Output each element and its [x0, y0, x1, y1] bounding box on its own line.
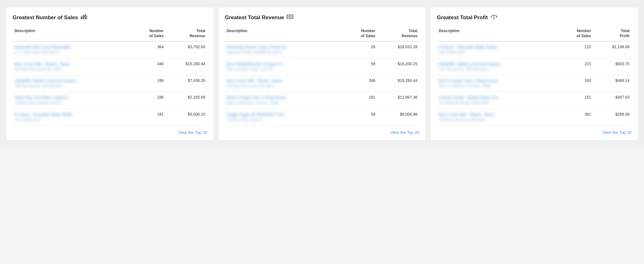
cell-revenue-sales-0: $3,702.60	[166, 41, 207, 58]
table-row: Bour 540000000 80 Compact S...Bour compa…	[225, 58, 419, 75]
cell-desc-profit-3[interactable]: Orlokon Guide - Battery Black Uni...121 …	[437, 92, 560, 109]
svg-rect-3	[86, 15, 87, 19]
scale-icon	[491, 14, 497, 21]
cell-revenue-revenue-0: $28,032.28	[377, 41, 419, 58]
svg-point-5	[289, 16, 291, 18]
desc-line2-sales-2: 750 Tab Sencer. 150 Absolute...	[14, 84, 131, 89]
cell-sales-revenue-4: 58	[345, 109, 377, 125]
desc-line2-profit-1: 750 Tab Sencer. 150 Absolute...	[439, 67, 558, 72]
desc-line1-profit-2: BASTI Single Color 1-Ring Pencil...	[439, 78, 558, 84]
cell-revenue-sales-2: $7,436.26	[166, 75, 207, 92]
cell-desc-profit-1[interactable]: AIRWIRE Tablets Universal Stands...750 T…	[437, 58, 560, 75]
cell-revenue-sales-3: $2,193.69	[166, 92, 207, 109]
cell-desc-profit-4[interactable]: Bour Iconic 886 - Plastic - Black100 Bou…	[437, 109, 560, 125]
cell-desc-profit-2[interactable]: BASTI Single Color 1-Ring Pencil...600 1…	[437, 75, 560, 92]
cell-sales-profit-0: 210	[560, 41, 593, 58]
cell-sales-sales-2: 198	[133, 75, 166, 92]
desc-line1-profit-1: AIRWIRE Tablets Universal Stands...	[439, 62, 558, 67]
svg-rect-2	[85, 14, 86, 19]
col-header-revenue-2: TotalRevenue	[377, 26, 419, 41]
cell-sales-profit-1: 215	[560, 58, 593, 75]
desc-line2-profit-0: 101 79008-2014	[439, 50, 558, 55]
view-top-sales[interactable]: View the Top 20	[13, 126, 207, 140]
view-top-revenue[interactable]: View the Top 20	[225, 126, 419, 140]
desc-line2-sales-4: 101 79008-2014	[14, 118, 131, 123]
view-top-link-profit[interactable]: View the Top 20	[602, 130, 631, 135]
desc-line1-profit-4: Bour Iconic 886 - Plastic - Black	[439, 112, 558, 118]
table-row: Bour Iconic 886 - Plastic - Black100 Bou…	[225, 75, 419, 92]
cell-revenue-profit-0: $1,199.08	[593, 41, 631, 58]
cell-sales-revenue-0: 26	[345, 41, 377, 58]
table-row: Samsung Hauzer Foam Printer EF...Absolut…	[225, 41, 419, 58]
desc-line1-revenue-3: BASTI Single Color 1-Ring Pencil...	[227, 95, 343, 100]
table-row: BASTI Single Color 1-Ring Pencil...600 1…	[437, 75, 631, 92]
cell-desc-revenue-3[interactable]: BASTI Single Color 1-Ring Pencil...600 1…	[225, 92, 345, 109]
bar-chart-icon	[80, 14, 87, 21]
cell-desc-revenue-2[interactable]: Bour Iconic 886 - Plastic - Black100 Bou…	[225, 75, 345, 92]
table-revenue: DescriptionNumberof SalesTotalRevenueSam…	[225, 26, 419, 126]
svg-point-11	[494, 14, 494, 15]
view-top-profit[interactable]: View the Top 20	[437, 126, 631, 140]
cell-revenue-revenue-2: $15,290.44	[377, 75, 419, 92]
panel-revenue: Greatest Total Revenue DescriptionNumber…	[219, 8, 426, 140]
cell-sales-sales-4: 181	[133, 109, 166, 125]
panel-sales: Greatest Number of Sales DescriptionNumb…	[6, 8, 214, 140]
cell-revenue-profit-3: $467.63	[593, 92, 631, 109]
desc-line1-revenue-2: Bour Iconic 886 - Plastic - Black	[227, 78, 343, 84]
money-icon	[286, 14, 293, 21]
desc-line2-revenue-3: 600 1-1 Spaces 1-1 Front . 4600	[227, 100, 343, 106]
table-row: Bour Iconic 886 - Plastic - Black100 Bou…	[13, 58, 207, 75]
cell-desc-revenue-4[interactable]: Friggy Tryger 40 9000000CT (50...Finnyan…	[225, 109, 345, 125]
cell-sales-sales-0: 364	[133, 41, 166, 58]
cell-desc-revenue-1[interactable]: Bour 540000000 80 Compact S...Bour compa…	[225, 58, 345, 75]
view-top-link-sales[interactable]: View the Top 20	[178, 130, 207, 135]
panel-header-profit: Greatest Total Profit	[437, 14, 631, 21]
desc-line2-profit-2: 600 1-1 Spaces 1-1 Front . 4600	[439, 84, 558, 89]
table-row: Orlokon Guide - Battery Black Uni...121 …	[437, 92, 631, 109]
desc-line2-sales-0: 2 x 1 100 Pieces (by Poly S...	[14, 50, 131, 55]
desc-line1-revenue-1: Bour 540000000 80 Compact S...	[227, 62, 343, 67]
cell-desc-sales-3[interactable]: Table Play Yard Rear Laptop b...21000 in…	[13, 92, 133, 109]
desc-line2-revenue-0: Absolute Printer FRAME 8L MFPS...	[227, 50, 343, 55]
cell-revenue-sales-1: $15,290.44	[166, 58, 207, 75]
panel-title-sales: Greatest Number of Sales	[13, 14, 78, 21]
col-header-revenue-1: Numberof Sales	[345, 26, 377, 41]
desc-line1-revenue-4: Friggy Tryger 40 9000000CT (50...	[227, 112, 343, 118]
svg-rect-0	[81, 16, 82, 19]
table-row: Bour Iconic 886 - Plastic - Black100 Bou…	[437, 109, 631, 125]
cell-desc-sales-2[interactable]: AIRWIRE Tablets Universal Stands...750 T…	[13, 75, 133, 92]
table-row: Forstock - Reusable Water Bottle...101 7…	[437, 41, 631, 58]
panel-profit: Greatest Total Profit DescriptionNumbero…	[430, 8, 638, 140]
table-row: BASTI Single Color 1-Ring Pencil...600 1…	[225, 92, 419, 109]
table-row: Friggy Tryger 40 9000000CT (50...Finnyan…	[225, 109, 419, 125]
cell-desc-revenue-0[interactable]: Samsung Hauzer Foam Printer EF...Absolut…	[225, 41, 345, 58]
desc-line1-profit-0: Forstock - Reusable Water Bottle...	[439, 45, 558, 50]
desc-line1-revenue-0: Samsung Hauzer Foam Printer EF...	[227, 45, 343, 50]
desc-line1-sales-1: Bour Iconic 886 - Plastic - Black	[14, 62, 131, 67]
col-header-sales-0: Description	[13, 26, 133, 41]
desc-line2-revenue-2: 100 Bour But Iconic Box MPI...	[227, 84, 343, 89]
cell-revenue-sales-4: $5,506.20	[166, 109, 207, 125]
cell-revenue-profit-2: $488.14	[593, 75, 631, 92]
view-top-link-revenue[interactable]: View the Top 20	[390, 130, 419, 135]
cell-desc-sales-4[interactable]: Forstock - Reusable Water Bottle...101 7…	[13, 109, 133, 125]
desc-line1-sales-4: Forstock - Reusable Water Bottle...	[14, 112, 131, 118]
table-row: AIRWIRE Tablets Universal Stands...750 T…	[13, 75, 207, 92]
col-header-sales-1: Numberof Sales	[133, 26, 166, 41]
svg-rect-1	[83, 15, 84, 19]
cell-sales-profit-2: 193	[560, 75, 593, 92]
desc-line2-revenue-1: Bour compact tinge 1 unit 20...	[227, 67, 343, 72]
cell-revenue-revenue-3: $11,967.36	[377, 92, 419, 109]
cell-sales-sales-1: 346	[133, 58, 166, 75]
table-row: Forstock - Reusable Water Bottle...101 7…	[13, 109, 207, 125]
cell-revenue-revenue-1: $16,200.25	[377, 58, 419, 75]
cell-sales-revenue-1: 59	[345, 58, 377, 75]
cell-desc-sales-1[interactable]: Bour Iconic 886 - Plastic - Black100 Bou…	[13, 58, 133, 75]
cell-desc-profit-0[interactable]: Forstock - Reusable Water Bottle...101 7…	[437, 41, 560, 58]
desc-line1-sales-2: AIRWIRE Tablets Universal Stands...	[14, 78, 131, 84]
desc-line2-sales-1: 100 Bour But Iconic Box MPI...	[14, 67, 131, 72]
table-sales: DescriptionNumberof SalesTotalRevenueKey…	[13, 26, 207, 126]
cell-sales-revenue-2: 346	[345, 75, 377, 92]
col-header-profit-0: Description	[437, 26, 560, 41]
cell-desc-sales-0[interactable]: Keyboard 100 Count Reuseable...2 x 1 100…	[13, 41, 133, 58]
